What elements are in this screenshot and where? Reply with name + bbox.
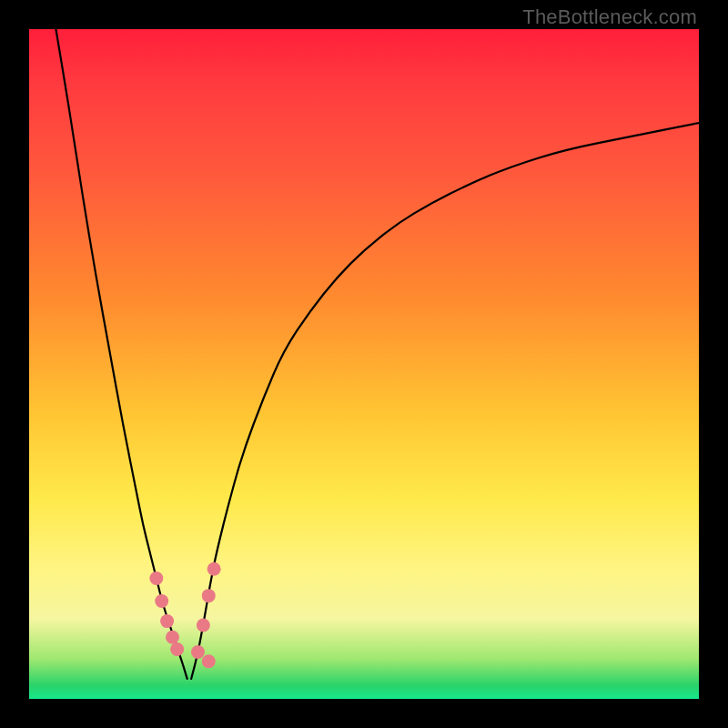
marker-dot [160,614,174,628]
marker-dot [191,645,205,659]
plot-area [29,29,699,699]
marker-dot [155,594,168,608]
marker-dot [149,571,163,585]
marker-dot [166,631,179,644]
chart-svg [29,29,699,699]
marker-dot [170,642,184,656]
marker-dot [202,654,216,668]
marker-dot [197,619,210,632]
marker-dots [149,562,220,669]
marker-dot [202,589,216,602]
curve-left [56,29,187,679]
watermark-text: TheBottleneck.com [522,5,697,29]
marker-dot [207,562,221,576]
chart-frame: TheBottleneck.com [0,0,728,728]
curve-right [191,123,699,679]
